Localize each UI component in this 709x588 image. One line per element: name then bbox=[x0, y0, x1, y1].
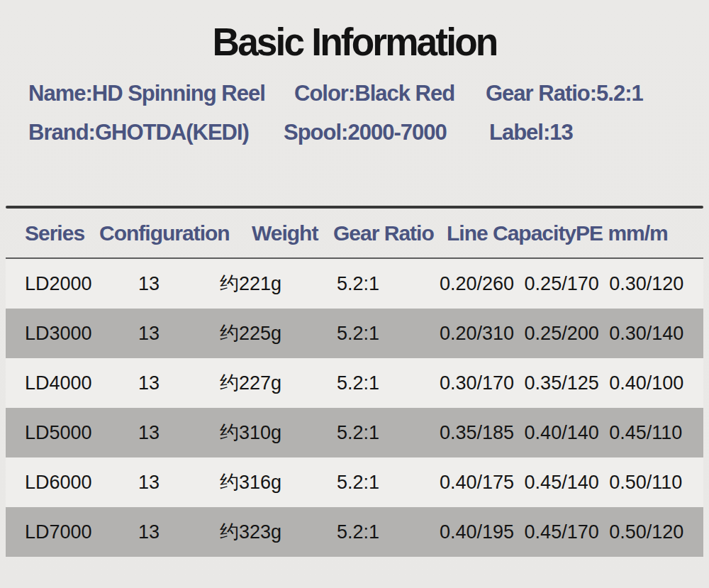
cell-gear-ratio: 5.2:1 bbox=[337, 372, 440, 394]
cell-line-capacity: 0.20/260 0.25/170 0.30/120 bbox=[440, 273, 703, 295]
cell-configuration: 13 bbox=[138, 422, 220, 444]
info-spool: Spool:2000-7000 bbox=[284, 120, 489, 145]
info-gear-ratio: Gear Ratio:5.2:1 bbox=[486, 81, 709, 106]
table-header-row: Series Configuration Weight Gear Ratio L… bbox=[6, 209, 703, 259]
page-title: Basic Information bbox=[18, 0, 691, 65]
cell-line-capacity: 0.40/195 0.45/170 0.50/120 bbox=[440, 521, 703, 543]
cell-series: LD7000 bbox=[25, 521, 138, 543]
cell-series: LD4000 bbox=[25, 372, 138, 394]
table-row: LD4000 13 约227g 5.2:1 0.30/170 0.35/125 … bbox=[6, 358, 703, 408]
header-series: Series bbox=[25, 221, 99, 245]
cell-gear-ratio: 5.2:1 bbox=[337, 521, 440, 543]
info-label: Label:13 bbox=[489, 120, 709, 145]
header-weight: Weight bbox=[252, 221, 333, 245]
cell-configuration: 13 bbox=[138, 521, 220, 543]
table-row: LD7000 13 约323g 5.2:1 0.40/195 0.45/170 … bbox=[6, 507, 703, 557]
cell-weight: 约323g bbox=[220, 519, 337, 545]
table-row: LD2000 13 约221g 5.2:1 0.20/260 0.25/170 … bbox=[6, 259, 703, 309]
table-body: LD2000 13 约221g 5.2:1 0.20/260 0.25/170 … bbox=[6, 259, 703, 557]
table-row: LD5000 13 约310g 5.2:1 0.35/185 0.40/140 … bbox=[6, 408, 703, 457]
cell-line-capacity: 0.35/185 0.40/140 0.45/110 bbox=[440, 422, 703, 444]
cell-configuration: 13 bbox=[138, 472, 220, 494]
cell-weight: 约316g bbox=[220, 470, 337, 495]
cell-series: LD3000 bbox=[25, 323, 138, 345]
cell-weight: 约227g bbox=[220, 370, 337, 396]
cell-weight: 约310g bbox=[220, 420, 337, 445]
cell-line-capacity: 0.20/310 0.25/200 0.30/140 bbox=[440, 323, 703, 345]
spec-table: Series Configuration Weight Gear Ratio L… bbox=[6, 206, 703, 557]
cell-gear-ratio: 5.2:1 bbox=[337, 422, 440, 444]
info-brand: Brand:GHOTDA(KEDI) bbox=[28, 120, 284, 145]
cell-configuration: 13 bbox=[138, 372, 220, 394]
cell-configuration: 13 bbox=[138, 323, 220, 345]
cell-gear-ratio: 5.2:1 bbox=[337, 472, 440, 494]
cell-series: LD5000 bbox=[25, 422, 138, 444]
cell-series: LD2000 bbox=[25, 273, 138, 295]
cell-line-capacity: 0.30/170 0.35/125 0.40/100 bbox=[440, 372, 703, 394]
table-row: LD3000 13 约225g 5.2:1 0.20/310 0.25/200 … bbox=[6, 309, 703, 358]
cell-gear-ratio: 5.2:1 bbox=[337, 323, 440, 345]
info-name: Name:HD Spinning Reel bbox=[28, 81, 294, 106]
cell-weight: 约221g bbox=[220, 271, 337, 296]
cell-gear-ratio: 5.2:1 bbox=[337, 273, 440, 295]
info-line-1: Name:HD Spinning Reel Color:Black Red Ge… bbox=[0, 74, 709, 113]
info-color: Color:Black Red bbox=[294, 81, 486, 106]
header-line-capacity: Line CapacityPE mm/m bbox=[447, 221, 703, 245]
table-row: LD6000 13 约316g 5.2:1 0.40/175 0.45/140 … bbox=[6, 457, 703, 507]
cell-series: LD6000 bbox=[25, 472, 138, 494]
header-gear-ratio: Gear Ratio bbox=[333, 221, 447, 245]
cell-weight: 约225g bbox=[220, 321, 337, 346]
header-configuration: Configuration bbox=[99, 221, 252, 245]
info-line-2: Brand:GHOTDA(KEDI) Spool:2000-7000 Label… bbox=[0, 113, 709, 152]
cell-line-capacity: 0.40/175 0.45/140 0.50/110 bbox=[440, 472, 703, 494]
cell-configuration: 13 bbox=[138, 273, 220, 295]
